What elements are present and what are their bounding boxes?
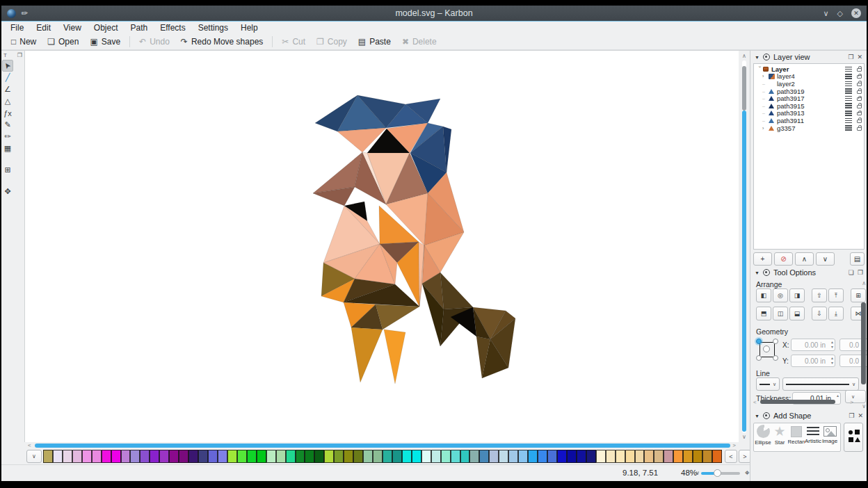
canvas[interactable] [25,50,739,442]
open-button[interactable]: ❏Open [42,35,84,48]
shape-collections-button[interactable] [844,423,863,452]
menu-effects[interactable]: Effects [154,22,191,33]
anchor-selector[interactable] [756,339,778,361]
color-swatch[interactable] [412,450,421,463]
add-shape-header[interactable]: ▼ Add Shape ❐ ✕ [750,409,867,422]
color-swatch[interactable] [683,450,693,463]
lock-icon[interactable] [857,97,862,101]
visibility-icon[interactable] [845,69,852,70]
color-swatch[interactable] [314,450,324,463]
color-swatch[interactable] [72,450,82,463]
color-swatch[interactable] [82,450,92,463]
delete-layer-button[interactable]: ⊘ [774,252,793,266]
tool-options-hscrollbar[interactable]: < > [753,398,859,405]
fit-page-icon[interactable]: ⌖ [745,468,750,478]
expander-icon[interactable]: › [762,74,769,79]
collapse-icon[interactable]: ▼ [755,414,760,418]
float-icon[interactable]: ❐ [849,412,854,419]
artwork-polygon[interactable] [384,330,405,384]
scroll-right-icon[interactable]: > [850,399,853,405]
color-swatch[interactable] [102,450,111,463]
color-swatch[interactable] [179,450,188,463]
lock-icon[interactable] [857,75,862,79]
layer-row-path3917[interactable]: –path3917 [754,95,864,102]
select-tool[interactable]: ➤ [2,60,13,72]
color-swatch[interactable] [266,450,276,463]
color-swatch[interactable] [596,450,606,463]
scroll-left-icon[interactable]: < [28,442,31,448]
view-mode-button[interactable]: ▤ [850,252,865,266]
color-swatch[interactable] [305,450,314,463]
scroll-left-icon[interactable]: < [753,399,757,405]
layer-view-header[interactable]: ▼ Layer view ❐ ✕ [750,51,867,63]
color-swatch[interactable] [383,450,392,463]
menu-edit[interactable]: Edit [30,22,57,33]
color-swatch[interactable] [150,450,159,463]
color-swatch[interactable] [237,450,247,463]
color-swatch[interactable] [324,450,334,463]
color-swatch[interactable] [702,450,712,463]
color-swatch[interactable] [508,450,518,463]
color-swatch[interactable] [121,450,131,463]
lock-icon[interactable] [857,83,862,86]
color-swatch[interactable] [460,450,470,463]
color-swatch[interactable] [286,450,296,463]
align-bottom-button[interactable]: ⬓ [789,307,805,320]
lock-icon[interactable] [857,127,862,131]
scroll-right-icon[interactable]: > [732,442,736,448]
zoom-level[interactable]: 48% [681,469,697,477]
color-swatch[interactable] [334,450,344,463]
color-swatch[interactable] [469,450,479,463]
send-back-button[interactable]: ⤓ [828,307,844,320]
new-window-icon[interactable]: ❏ [849,269,854,276]
color-swatch[interactable] [402,450,412,463]
menu-file[interactable]: File [4,22,30,33]
color-swatch[interactable] [373,450,383,463]
align-top-button[interactable]: ⬒ [756,307,771,320]
canvas-horizontal-scrollbar[interactable]: < > [25,442,739,449]
visibility-icon[interactable] [845,105,852,106]
menu-view[interactable]: View [57,22,88,33]
filter-effects-tool[interactable]: ƒx [2,107,13,119]
raise-layer-button[interactable]: ∧ [795,252,814,266]
page-tool[interactable]: ⊞ [2,164,13,176]
color-swatch[interactable] [344,450,353,463]
align-right-button[interactable]: ◨ [789,288,805,302]
add-layer-button[interactable]: + [753,252,772,266]
anchor-center[interactable] [763,345,770,352]
freehand-path-tool[interactable]: ╱ [2,72,13,83]
color-swatch[interactable] [664,450,673,463]
color-swatch[interactable] [606,450,616,463]
layer-row-layer2[interactable]: –layer2 [754,80,864,88]
bring-front-button[interactable]: ⤒ [828,288,844,302]
layer-row-path3915[interactable]: –path3915 [754,102,864,110]
artwork-polygon[interactable] [376,304,419,330]
zoom-slider-knob[interactable] [714,469,721,477]
expander-icon[interactable]: › [762,126,769,131]
collapse-icon[interactable]: ▼ [755,55,760,60]
layer-row-path3919[interactable]: –path3919 [754,88,864,95]
anchor-top-right[interactable] [773,339,778,344]
shape-item-ellipse[interactable]: Ellipse [755,425,771,450]
redo-button[interactable]: ↷Redo Move shapes [175,35,268,48]
color-swatch[interactable] [431,450,441,463]
color-swatch[interactable] [499,450,508,463]
color-swatch[interactable] [557,450,567,463]
color-swatch[interactable] [198,450,208,463]
gradient-tool[interactable]: ✏ [2,131,13,143]
color-swatch[interactable] [616,450,625,463]
color-swatch[interactable] [693,450,702,463]
lower-layer-button[interactable]: ∨ [816,252,835,266]
tool-options-vscrollbar[interactable]: ∧ ∨ [861,295,866,400]
visibility-icon[interactable] [845,113,852,114]
color-swatch[interactable] [276,450,286,463]
shape-item-image[interactable]: Image [821,425,838,450]
minimize-button[interactable]: ∨ [823,10,828,17]
new-button[interactable]: □New [6,35,42,48]
calligraphy-tool[interactable]: ∠ [2,83,13,95]
color-swatch[interactable] [296,450,305,463]
color-swatch[interactable] [392,450,402,463]
pencil-tool[interactable]: ✎ [2,119,13,131]
color-swatch[interactable] [140,450,150,463]
color-swatch[interactable] [353,450,363,463]
